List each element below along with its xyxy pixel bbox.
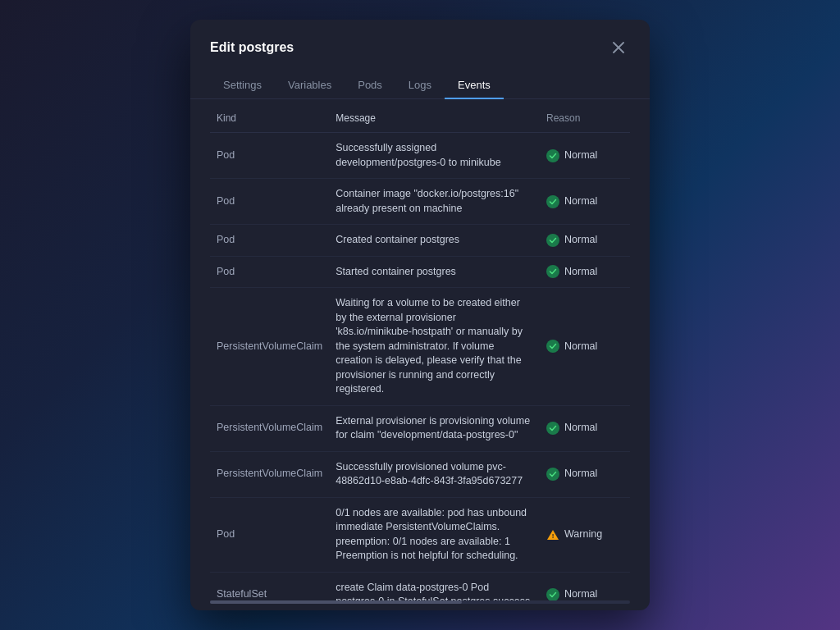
cell-message: Started container postgres (329, 256, 540, 288)
cell-reason: Normal (540, 256, 630, 288)
cell-message: Successfully provisioned volume pvc-4886… (329, 451, 540, 497)
normal-icon (546, 195, 559, 208)
cell-reason: Normal (540, 288, 630, 406)
normal-icon (546, 422, 559, 435)
reason-label: Normal (564, 233, 597, 248)
cell-reason: Normal (540, 572, 630, 600)
cell-message: Created container postgres (329, 225, 540, 257)
svg-text:!: ! (552, 532, 555, 540)
tab-events[interactable]: Events (445, 72, 504, 99)
cell-message: Container image "docker.io/postgres:16" … (329, 179, 540, 225)
close-button[interactable] (607, 36, 630, 59)
table-body: PodSuccessfully assigned development/pos… (210, 133, 630, 601)
reason-label: Normal (564, 148, 597, 163)
cell-message: Successfully assigned development/postgr… (329, 133, 540, 179)
cell-kind: Pod (210, 225, 329, 257)
tab-bar: Settings Variables Pods Logs Events (190, 59, 650, 99)
col-message: Message (329, 103, 540, 133)
tab-logs[interactable]: Logs (395, 72, 445, 99)
normal-icon (546, 234, 559, 247)
cell-message: create Claim data-postgres-0 Pod postgre… (329, 572, 540, 600)
cell-reason: Normal (540, 451, 630, 497)
cell-kind: PersistentVolumeClaim (210, 288, 329, 406)
warning-icon: ! (546, 528, 559, 541)
table-row: StatefulSetcreate Claim data-postgres-0 … (210, 572, 630, 600)
cell-reason: Normal (540, 179, 630, 225)
table-row: PersistentVolumeClaimExternal provisione… (210, 405, 630, 451)
cell-reason: Normal (540, 405, 630, 451)
table-row: PodSuccessfully assigned development/pos… (210, 133, 630, 179)
scrollbar-thumb (210, 600, 462, 604)
reason-label: Normal (564, 467, 597, 482)
table-row: Pod0/1 nodes are available: pod has unbo… (210, 497, 630, 572)
scrollbar-track[interactable] (210, 600, 630, 604)
modal-header: Edit postgres (190, 20, 650, 59)
normal-icon (546, 149, 559, 162)
cell-kind: Pod (210, 256, 329, 288)
cell-message: Waiting for a volume to be created eithe… (329, 288, 540, 406)
table-row: PodStarted container postgresNormal (210, 256, 630, 288)
cell-message: External provisioner is provisioning vol… (329, 405, 540, 451)
tab-variables[interactable]: Variables (275, 72, 345, 99)
cell-reason: !Warning (540, 497, 630, 572)
events-table: Kind Message Reason PodSuccessfully assi… (210, 103, 630, 600)
normal-icon (546, 340, 559, 353)
modal-overlay: Edit postgres Settings Variables Pods Lo… (0, 0, 840, 630)
cell-reason: Normal (540, 133, 630, 179)
col-reason: Reason (540, 103, 630, 133)
table-row: PersistentVolumeClaimSuccessfully provis… (210, 451, 630, 497)
cell-kind: StatefulSet (210, 572, 329, 600)
cell-kind: Pod (210, 133, 329, 179)
reason-label: Normal (564, 194, 597, 209)
cell-kind: Pod (210, 179, 329, 225)
reason-label: Normal (564, 340, 597, 354)
tab-settings[interactable]: Settings (210, 72, 275, 99)
table-row: PodCreated container postgresNormal (210, 225, 630, 257)
modal-title: Edit postgres (210, 40, 294, 55)
close-icon (613, 42, 624, 53)
table-row: PodContainer image "docker.io/postgres:1… (210, 179, 630, 225)
table-row: PersistentVolumeClaimWaiting for a volum… (210, 288, 630, 406)
reason-label: Warning (564, 527, 602, 542)
events-table-container[interactable]: Kind Message Reason PodSuccessfully assi… (190, 99, 650, 600)
normal-icon (546, 265, 559, 278)
table-header: Kind Message Reason (210, 103, 630, 133)
cell-kind: PersistentVolumeClaim (210, 405, 329, 451)
reason-label: Normal (564, 265, 597, 280)
reason-label: Normal (564, 587, 597, 600)
cell-reason: Normal (540, 225, 630, 257)
col-kind: Kind (210, 103, 329, 133)
reason-label: Normal (564, 421, 597, 436)
edit-postgres-modal: Edit postgres Settings Variables Pods Lo… (190, 20, 650, 610)
cell-message: 0/1 nodes are available: pod has unbound… (329, 497, 540, 572)
normal-icon (546, 588, 559, 600)
tab-pods[interactable]: Pods (345, 72, 395, 99)
cell-kind: Pod (210, 497, 329, 572)
cell-kind: PersistentVolumeClaim (210, 451, 329, 497)
normal-icon (546, 468, 559, 481)
